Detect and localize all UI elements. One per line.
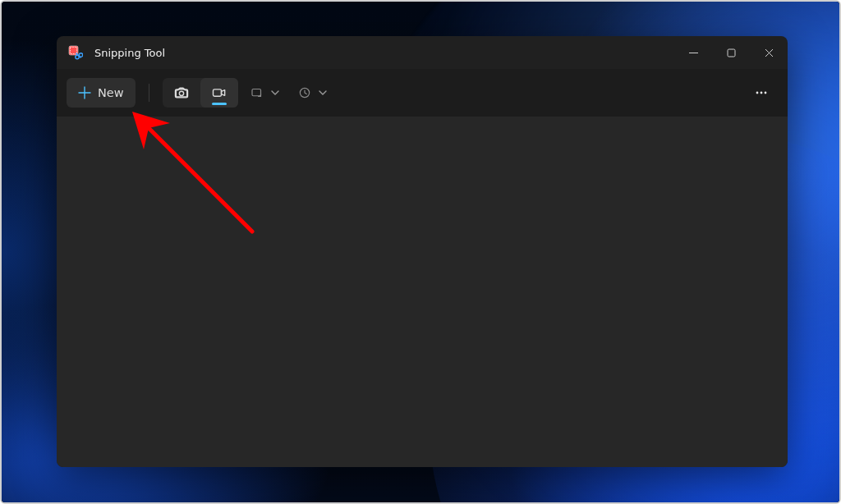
snipping-tool-window: Snipping Tool New xyxy=(57,36,788,467)
camera-icon xyxy=(173,85,190,101)
title-bar[interactable]: Snipping Tool xyxy=(57,36,788,69)
video-camera-icon xyxy=(211,85,227,101)
maximize-button[interactable] xyxy=(712,36,750,69)
toolbar: New xyxy=(57,69,788,117)
toolbar-separator xyxy=(149,84,149,102)
clock-icon xyxy=(297,85,312,100)
window-controls xyxy=(674,36,788,69)
new-button[interactable]: New xyxy=(67,78,136,108)
capture-mode-group xyxy=(163,78,238,108)
svg-point-6 xyxy=(179,91,183,95)
video-mode-button[interactable] xyxy=(200,78,238,108)
delay-dropdown[interactable] xyxy=(291,78,333,108)
snip-shape-dropdown[interactable] xyxy=(243,78,286,108)
screenshot-mode-button[interactable] xyxy=(163,78,200,108)
svg-rect-8 xyxy=(252,89,261,96)
chevron-down-icon xyxy=(271,89,279,97)
svg-point-11 xyxy=(761,92,763,94)
screenshot-frame: Snipping Tool New xyxy=(0,0,841,504)
app-icon xyxy=(68,45,83,60)
more-options-button[interactable] xyxy=(745,78,778,108)
svg-point-2 xyxy=(76,55,79,58)
chevron-down-icon xyxy=(319,89,327,97)
content-area xyxy=(57,117,788,467)
svg-point-12 xyxy=(765,92,767,94)
plus-icon xyxy=(78,86,91,99)
rectangle-shape-icon xyxy=(250,85,264,100)
window-title: Snipping Tool xyxy=(94,47,165,59)
svg-rect-7 xyxy=(213,89,221,96)
ellipsis-icon xyxy=(754,85,769,100)
minimize-button[interactable] xyxy=(674,36,712,69)
svg-point-3 xyxy=(79,53,82,57)
close-button[interactable] xyxy=(750,36,788,69)
svg-point-10 xyxy=(756,92,759,94)
svg-rect-4 xyxy=(728,49,735,57)
new-button-label: New xyxy=(98,86,124,99)
